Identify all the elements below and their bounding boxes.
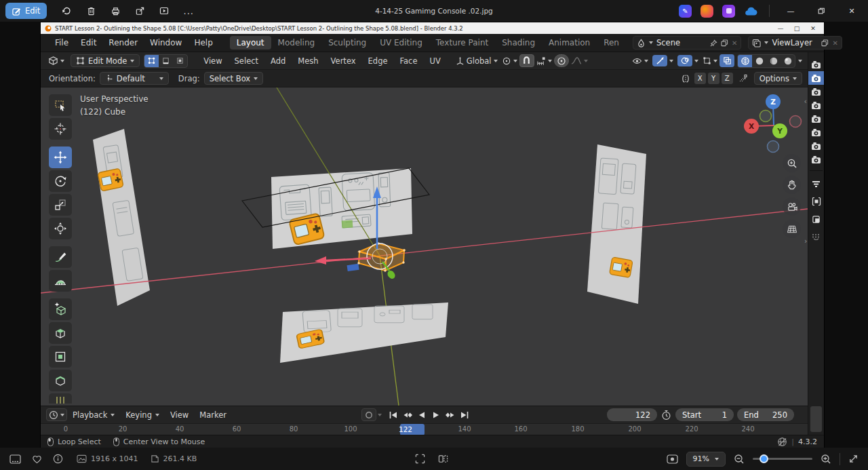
outliner-camera-item-selected[interactable]	[808, 71, 824, 85]
workspace-tab-modeling[interactable]: Modeling	[271, 36, 322, 50]
workspace-tab-texture-paint[interactable]: Texture Paint	[429, 36, 495, 50]
editor-type-button[interactable]	[46, 54, 66, 67]
menu-vertex[interactable]: Vertex	[325, 54, 362, 68]
timeline-scrollbar[interactable]	[810, 406, 822, 432]
info-icon[interactable]	[53, 454, 63, 464]
viewlayer-selector[interactable]: ViewLayer ✕	[748, 36, 842, 50]
outliner-camera-item[interactable]	[808, 85, 824, 98]
jump-to-end-button[interactable]	[457, 409, 471, 421]
reference-plane-left[interactable]	[93, 129, 150, 306]
properties-render-icon[interactable]	[808, 210, 824, 228]
viewport-ortho-grid-button[interactable]	[783, 220, 801, 238]
zoom-level-dropdown[interactable]: 91%	[686, 452, 726, 467]
outliner-camera-item[interactable]	[808, 139, 824, 153]
gizmo-neg-y-ball[interactable]	[760, 111, 772, 122]
edge-select-button[interactable]	[159, 55, 173, 67]
tool-rotate[interactable]	[49, 170, 72, 192]
tool-cursor[interactable]	[49, 118, 72, 140]
mirror-y-button[interactable]: Y	[708, 73, 719, 84]
tool-loop-cut[interactable]	[49, 393, 72, 404]
workspace-tab-rendering[interactable]: Ren	[597, 36, 626, 50]
workspace-tab-shading[interactable]: Shading	[495, 36, 542, 50]
orientation-default-dropdown[interactable]: Default	[100, 72, 169, 85]
snap-base-button[interactable]	[735, 72, 750, 85]
zoom-slider[interactable]	[753, 458, 812, 460]
vertex-select-button[interactable]	[144, 55, 159, 67]
blender-titlebar[interactable]: START Lesson 2- Outlining the Shape 5.08…	[41, 22, 824, 34]
tool-select-box[interactable]	[49, 94, 72, 116]
zoom-slider-knob[interactable]	[760, 454, 768, 463]
designer-app-icon[interactable]: ✎	[679, 5, 692, 18]
timeline-menu-keying[interactable]: Keying	[120, 410, 165, 420]
clipchamp-app-icon[interactable]	[722, 5, 735, 18]
pin-icon[interactable]	[710, 39, 717, 47]
menu-help[interactable]: Help	[188, 36, 218, 50]
zoom-out-icon[interactable]	[734, 454, 745, 465]
blender-close-button[interactable]: ✕	[806, 24, 820, 33]
menu-edge[interactable]: Edge	[362, 54, 394, 68]
restore-button[interactable]	[810, 1, 832, 20]
overlays-dropdown[interactable]	[675, 54, 701, 67]
workspace-tab-uv-editing[interactable]: UV Editing	[373, 36, 429, 50]
solid-shading-button[interactable]	[752, 55, 766, 67]
viewport-zoom-button[interactable]	[783, 154, 801, 172]
drag-mode-dropdown[interactable]: Select Box	[204, 72, 264, 85]
more-options-button[interactable]: ...	[178, 2, 199, 20]
tool-annotate[interactable]	[49, 246, 72, 268]
new-viewlayer-icon[interactable]	[821, 39, 829, 47]
filmstrip-icon[interactable]	[9, 454, 21, 464]
delete-icon[interactable]	[81, 2, 101, 20]
menu-file[interactable]: File	[49, 36, 75, 50]
zoom-in-icon[interactable]	[821, 454, 831, 465]
print-icon[interactable]	[105, 2, 125, 20]
onedrive-icon[interactable]	[744, 6, 759, 16]
auto-keying-toggle[interactable]	[361, 408, 376, 421]
previous-keyframe-button[interactable]	[400, 409, 414, 421]
outliner-camera-item[interactable]	[808, 112, 824, 125]
viewport-pan-button[interactable]	[783, 176, 801, 194]
menu-render[interactable]: Render	[102, 36, 144, 50]
menu-select[interactable]: Select	[229, 54, 264, 68]
mesh-edit-overlay-dropdown[interactable]	[701, 54, 719, 67]
menu-face[interactable]: Face	[394, 54, 424, 68]
remove-viewlayer-icon[interactable]: ✕	[832, 39, 837, 47]
shading-dropdown-caret[interactable]	[798, 60, 802, 62]
tool-inset-faces[interactable]	[49, 346, 72, 368]
gizmos-toggle[interactable]	[652, 55, 667, 66]
compare-icon[interactable]	[438, 454, 448, 464]
edit-cube[interactable]	[357, 242, 405, 271]
frame-end-field[interactable]: End250	[737, 408, 794, 421]
outliner-camera-item[interactable]	[808, 98, 824, 112]
show-gizmo-dropdown[interactable]	[630, 54, 650, 67]
mirror-z-button[interactable]: Z	[722, 73, 733, 84]
mode-dropdown[interactable]: Edit Mode	[71, 54, 140, 67]
snap-toggle[interactable]	[519, 54, 534, 67]
photos-app-icon[interactable]	[701, 5, 713, 18]
3d-scene[interactable]	[41, 87, 808, 406]
timeline-editor-type-button[interactable]	[46, 408, 67, 421]
proportional-falloff-dropdown[interactable]	[569, 54, 590, 67]
auto-keying-caret[interactable]	[378, 414, 382, 416]
tool-bevel[interactable]	[49, 370, 72, 391]
blue-plane-handle[interactable]	[347, 264, 359, 271]
tool-extrude-region[interactable]	[49, 322, 72, 344]
mirror-icon[interactable]	[680, 74, 691, 83]
workspace-tab-layout[interactable]: Layout	[230, 36, 271, 50]
menu-uv[interactable]: UV	[424, 54, 447, 68]
sidebar-collapse-chevron[interactable]: ‹	[804, 97, 807, 106]
gizmo-neg-z-ball[interactable]	[768, 141, 779, 153]
close-button[interactable]: ✕	[841, 1, 863, 20]
blender-minimize-button[interactable]: —	[774, 24, 787, 33]
tool-scale[interactable]	[49, 194, 72, 216]
viewport-3d[interactable]: User Perspective (122) Cube	[41, 87, 808, 406]
pivot-point-dropdown[interactable]	[500, 54, 519, 67]
timeline-playhead[interactable]: 122	[400, 424, 425, 435]
tool-add-cube[interactable]	[49, 298, 72, 320]
xray-toggle[interactable]	[719, 54, 734, 67]
gizmo-neg-x-ball[interactable]	[790, 116, 802, 128]
snap-settings-dropdown[interactable]	[534, 54, 554, 67]
frame-start-field[interactable]: Start1	[675, 408, 734, 421]
properties-tool-icon[interactable]	[808, 193, 824, 210]
timeline-menu-playback[interactable]: Playback	[67, 410, 120, 420]
viewport-camera-button[interactable]	[783, 197, 801, 216]
